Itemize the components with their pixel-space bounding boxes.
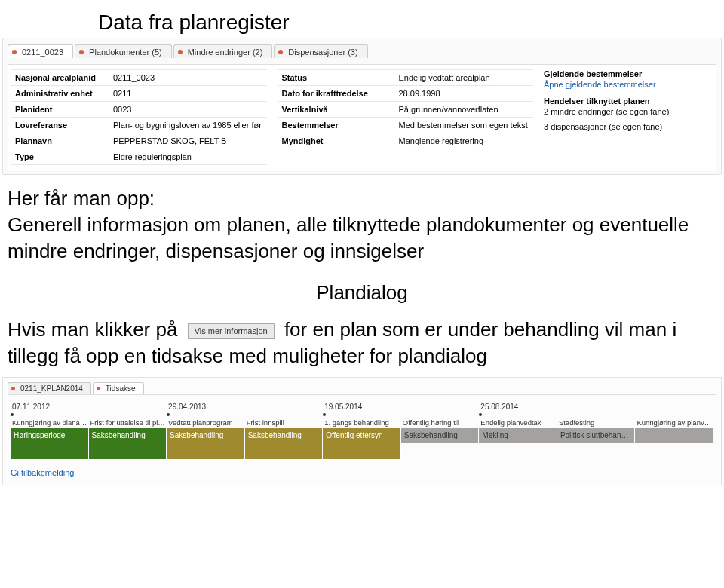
info-value: Manglende registrering: [394, 133, 534, 149]
timeline-date: [401, 403, 480, 413]
explainer-text-2: Hvis man klikker på Vis mer informasjon …: [8, 317, 716, 369]
info-value: 0023: [109, 102, 267, 117]
timeline-date: [89, 403, 167, 413]
plan-tab[interactable]: 0211_0023: [8, 44, 73, 58]
info-value: 28.09.1998: [394, 86, 534, 101]
info-label: Vertikalnivå: [278, 102, 394, 117]
plandialog-panel: 0211_KPLAN2014Tidsakse 07.11.201229.04.2…: [2, 377, 722, 485]
section-subtitle: Plandialog: [0, 281, 724, 305]
explainer-text: Her får man opp: Generell informasjon om…: [8, 185, 716, 265]
sidebar-event-line: 3 dispensasjoner (se egen fane): [544, 122, 713, 131]
info-label: Plannavn: [11, 133, 109, 149]
timeline-phase[interactable]: [635, 428, 713, 443]
open-bestemmelser-link[interactable]: Åpne gjeldende bestemmelser: [544, 80, 713, 89]
tick-dot-icon: [323, 413, 326, 416]
timeline-stage-labels: Kunngjøring av planarbeidFrist for uttal…: [11, 418, 713, 427]
info-row: Dato for ikrafttredelse28.09.1998: [278, 86, 534, 102]
vis-mer-informasjon-button[interactable]: Vis mer informasjon: [188, 323, 275, 339]
explainer-fragment: Hvis man klikker på: [8, 318, 177, 341]
info-column-left: Nasjonal arealplanid0211_0023Administrat…: [11, 69, 267, 165]
info-value: 0211: [109, 86, 267, 101]
timeline-bar: [401, 443, 480, 459]
info-label: Dato for ikrafttredelse: [278, 86, 394, 101]
timeline-phase[interactable]: Høringsperiode: [11, 428, 89, 443]
timeline-date: 29.04.2013: [167, 403, 245, 413]
timeline-stage: Offentlig høring til: [401, 418, 480, 427]
timeline-stage: Stadfesting: [557, 418, 636, 427]
timeline-stage: 1. gangs behandling: [323, 418, 401, 427]
tick-dot-icon: [11, 413, 14, 416]
info-label: Planident: [11, 102, 109, 117]
timeline: 07.11.201229.04.201319.05.201425.08.2014…: [11, 403, 713, 459]
plan-tabs: 0211_0023Plandokumenter (5)Mindre endrin…: [8, 44, 716, 58]
plan-tab[interactable]: Mindre endringer (2): [173, 44, 273, 58]
timeline-bar: [635, 443, 713, 459]
sidebar-event-line: 2 mindre endringer (se egen fane): [544, 107, 713, 116]
info-value: På grunnen/vannoverflaten: [394, 102, 534, 117]
info-row: Nasjonal arealplanid0211_0023: [11, 69, 267, 86]
info-label: Lovreferanse: [11, 118, 109, 133]
plandialog-tabs: 0211_KPLAN2014Tidsakse: [8, 382, 716, 395]
timeline-dates: 07.11.201229.04.201319.05.201425.08.2014: [11, 403, 713, 413]
info-value: Med bestemmelser som egen tekst: [394, 118, 534, 133]
timeline-phases: HøringsperiodeSaksbehandlingSaksbehandli…: [11, 428, 713, 443]
timeline-date: 07.11.2012: [11, 403, 89, 413]
info-sidebar: Gjeldende bestemmelser Åpne gjeldende be…: [544, 69, 713, 165]
info-label: Bestemmelser: [278, 118, 394, 133]
info-row: VertikalnivåPå grunnen/vannoverflaten: [278, 102, 534, 118]
timeline-phase[interactable]: Saksbehandling: [167, 428, 245, 443]
info-value: Endelig vedtatt arealplan: [394, 70, 534, 85]
timeline-phase[interactable]: Saksbehandling: [245, 428, 324, 443]
plandialog-tab[interactable]: Tidsakse: [93, 382, 144, 394]
timeline-phase[interactable]: Politisk sluttbehandling: [557, 428, 636, 443]
info-row: LovreferansePlan- og bygningsloven av 19…: [11, 118, 267, 133]
info-label: Administrativ enhet: [11, 86, 109, 101]
feedback-link[interactable]: Gi tilbakemelding: [11, 468, 713, 477]
timeline-date: 25.08.2014: [479, 403, 557, 413]
timeline-stage: Vedtatt planprogram: [167, 418, 245, 427]
info-row: TypeEldre reguleringsplan: [11, 149, 267, 165]
plandialog-tab[interactable]: 0211_KPLAN2014: [8, 382, 91, 394]
timeline-date: [245, 403, 324, 413]
timeline-bars: [11, 443, 713, 459]
timeline-bar: [245, 443, 324, 459]
info-column-right: StatusEndelig vedtatt arealplanDato for …: [278, 69, 534, 165]
sidebar-block-title: Hendelser tilknyttet planen: [544, 96, 713, 106]
timeline-phase[interactable]: Saksbehandling: [401, 428, 480, 443]
timeline-bar: [557, 443, 636, 459]
info-label: Status: [278, 70, 394, 85]
timeline-bar: [11, 443, 89, 459]
timeline-bar: [167, 443, 245, 459]
info-row: Planident0023: [11, 102, 267, 118]
info-label: Nasjonal arealplanid: [11, 70, 109, 85]
info-row: StatusEndelig vedtatt arealplan: [278, 69, 534, 86]
info-row: PlannavnPEPPERSTAD SKOG, FELT B: [11, 133, 267, 149]
timeline-stage: Frist for uttalelse til planprogram: [89, 418, 167, 427]
timeline-bar: [89, 443, 167, 459]
timeline-phase[interactable]: Saksbehandling: [89, 428, 167, 443]
explainer-line: Generell informasjon om planen, alle til…: [8, 212, 716, 265]
explainer-line: Her får man opp:: [8, 185, 716, 212]
timeline-stage: Kunngjøring av planvedtak: [635, 418, 713, 427]
tick-dot-icon: [167, 413, 170, 416]
plan-tab[interactable]: Dispensasjoner (3): [274, 44, 367, 58]
plan-details-panel: 0211_0023Plandokumenter (5)Mindre endrin…: [2, 38, 722, 175]
timeline-date: 19.05.2014: [323, 403, 401, 413]
timeline-stage: Endelig planvedtak: [479, 418, 557, 427]
timeline-stage: Frist innspill: [245, 418, 324, 427]
info-row: BestemmelserMed bestemmelser som egen te…: [278, 118, 534, 133]
info-label: Type: [11, 149, 109, 164]
page-title: Data fra planregister: [98, 11, 724, 35]
timeline-phase[interactable]: Offentlig ettersyn: [323, 428, 401, 443]
info-row: MyndighetManglende registrering: [278, 133, 534, 149]
timeline-bar: [323, 443, 401, 459]
timeline-date: [635, 403, 713, 413]
timeline-phase[interactable]: Mekling: [479, 428, 557, 443]
info-row: Administrativ enhet0211: [11, 86, 267, 102]
plan-tab[interactable]: Plandokumenter (5): [75, 44, 172, 58]
info-value: Plan- og bygningsloven av 1985 eller før: [109, 118, 267, 133]
sidebar-block-title: Gjeldende bestemmelser: [544, 69, 713, 78]
timeline-stage: Kunngjøring av planarbeid: [11, 418, 89, 427]
info-value: PEPPERSTAD SKOG, FELT B: [109, 133, 267, 149]
timeline-date: [557, 403, 636, 413]
